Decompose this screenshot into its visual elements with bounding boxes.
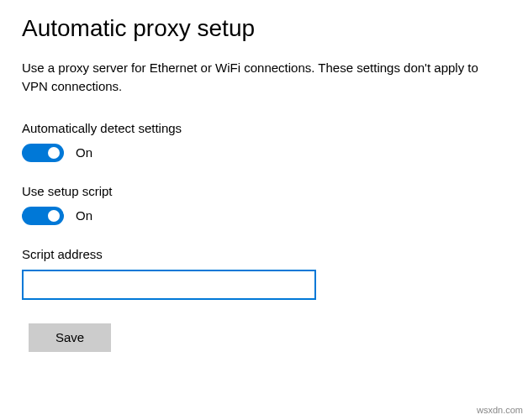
save-button[interactable]: Save — [29, 323, 111, 352]
watermark-text: wsxdn.com — [477, 405, 523, 415]
page-description: Use a proxy server for Ethernet or WiFi … — [22, 59, 493, 96]
script-address-input[interactable] — [22, 270, 316, 300]
page-heading: Automatic proxy setup — [22, 15, 506, 42]
toggle-knob — [48, 210, 60, 222]
script-address-label: Script address — [22, 247, 506, 261]
use-script-state: On — [76, 208, 92, 223]
use-script-row: On — [22, 207, 506, 225]
auto-detect-state: On — [76, 145, 92, 160]
use-script-label: Use setup script — [22, 184, 506, 198]
use-script-toggle[interactable] — [22, 207, 64, 225]
auto-detect-label: Automatically detect settings — [22, 121, 506, 135]
auto-detect-toggle[interactable] — [22, 144, 64, 162]
toggle-knob — [48, 147, 60, 159]
auto-detect-row: On — [22, 144, 506, 162]
